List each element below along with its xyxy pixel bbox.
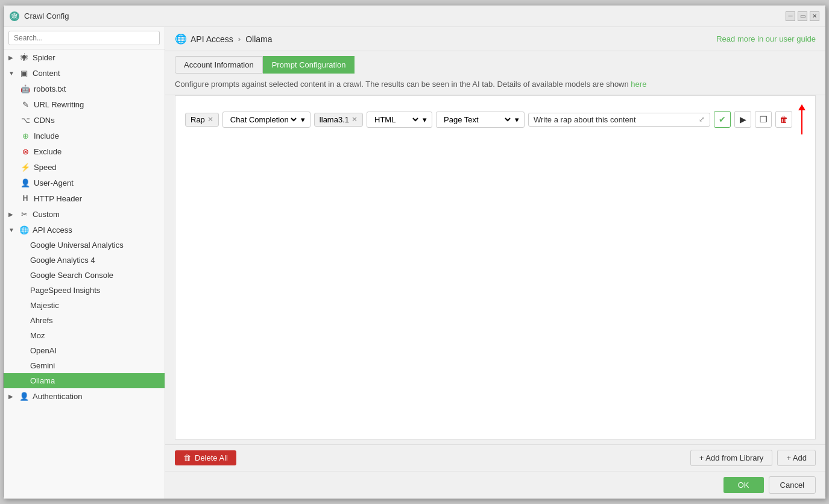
http-icon: H	[20, 194, 30, 203]
breadcrumb-current: Ollama	[245, 34, 272, 44]
content-header: 🌐 API Access › Ollama Read more in our u…	[165, 27, 825, 51]
app-icon: 🕸	[10, 11, 19, 21]
sidebar-item-label: Gemini	[30, 361, 55, 370]
sidebar-item-label: URL Rewriting	[34, 100, 84, 109]
delete-all-button[interactable]: 🗑 Delete All	[175, 450, 236, 465]
sidebar-item-label: Ahrefs	[30, 316, 53, 325]
copy-button[interactable]: ❐	[755, 111, 772, 128]
sidebar-item-majestic[interactable]: Majestic	[4, 298, 165, 313]
footer-bar: OK Cancel	[165, 471, 825, 499]
globe-icon: 🌐	[175, 33, 187, 45]
sidebar-item-cdns[interactable]: ⌥ CDNs	[4, 112, 165, 128]
titlebar-left: 🕸 Crawl Config	[10, 11, 69, 21]
sidebar-item-gemini[interactable]: Gemini	[4, 358, 165, 373]
sidebar-item-google-sc[interactable]: Google Search Console	[4, 268, 165, 283]
sidebar-item-google-a4[interactable]: Google Analytics 4	[4, 253, 165, 268]
model-label: llama3.1	[320, 115, 349, 124]
prompt-input[interactable]	[534, 115, 696, 124]
dropdown-chevron-icon: ▾	[301, 115, 305, 124]
bottom-right: + Add from Library + Add	[690, 450, 816, 466]
sidebar-item-include[interactable]: ⊕ Include	[4, 128, 165, 143]
cdns-icon: ⌥	[20, 115, 30, 125]
sidebar-item-ahrefs[interactable]: Ahrefs	[4, 313, 165, 328]
sidebar-item-exclude[interactable]: ⊗ Exclude	[4, 143, 165, 159]
model-close-button[interactable]: ✕	[351, 115, 358, 124]
page-text-select[interactable]: Page Text Page Title Meta Description ▾	[436, 112, 525, 128]
expand-prompt-icon[interactable]: ⤢	[699, 115, 705, 124]
cancel-button[interactable]: Cancel	[769, 476, 816, 494]
info-text: Configure prompts against selected conte…	[165, 74, 825, 95]
minimize-button[interactable]: ─	[786, 11, 795, 21]
sidebar-item-label: Majestic	[30, 301, 59, 310]
sidebar-item-google-ua[interactable]: Google Universal Analytics	[4, 238, 165, 253]
content-area: 🌐 API Access › Ollama Read more in our u…	[165, 27, 825, 499]
here-link[interactable]: here	[631, 80, 646, 89]
add-button[interactable]: + Add	[777, 450, 816, 466]
sidebar-item-url-rewriting[interactable]: ✎ URL Rewriting	[4, 96, 165, 112]
sidebar-list: ▶ 🕷 Spider ▼ ▣ Content 🤖 robots.txt ✎	[4, 49, 165, 499]
add-label: + Add	[786, 453, 807, 462]
completion-type-select[interactable]: Chat Completion Text Completion ▾	[222, 112, 310, 128]
arrow-stem	[801, 110, 802, 134]
delete-row-button[interactable]: 🗑	[775, 111, 792, 128]
user-guide-link[interactable]: user guide	[779, 34, 816, 43]
run-button[interactable]: ▶	[734, 111, 751, 128]
search-input[interactable]	[8, 31, 160, 45]
sidebar-item-user-agent[interactable]: 👤 User-Agent	[4, 175, 165, 191]
sidebar-item-custom[interactable]: ▶ ✂ Custom	[4, 206, 165, 222]
add-from-library-button[interactable]: + Add from Library	[690, 450, 773, 466]
tab-account-information[interactable]: Account Information	[175, 56, 263, 74]
speed-icon: ⚡	[20, 162, 30, 172]
model-chip: llama3.1 ✕	[314, 113, 363, 127]
format-dropdown[interactable]: HTML Markdown Plain Text	[372, 115, 420, 125]
user-agent-icon: 👤	[20, 178, 30, 187]
prompt-row: Rap ✕ Chat Completion Text Completion ▾ …	[185, 102, 805, 137]
close-button[interactable]: ✕	[810, 11, 819, 21]
sidebar-item-openai[interactable]: OpenAI	[4, 343, 165, 358]
sidebar-item-label: API Access	[33, 225, 72, 235]
sidebar-item-label: User-Agent	[34, 178, 74, 187]
sidebar-item-label: Exclude	[34, 147, 61, 156]
sidebar-item-label: Authentication	[33, 392, 82, 401]
info-description: Configure prompts against selected conte…	[175, 80, 631, 89]
sidebar-item-label: Custom	[33, 210, 60, 219]
sidebar-item-robots[interactable]: 🤖 robots.txt	[4, 81, 165, 96]
completion-type-dropdown[interactable]: Chat Completion Text Completion	[228, 115, 298, 125]
read-more-text: Read more in our	[716, 34, 779, 43]
sidebar-item-pagespeed[interactable]: PageSpeed Insights	[4, 283, 165, 298]
sidebar-item-authentication[interactable]: ▶ 👤 Authentication	[4, 388, 165, 404]
add-lib-label: + Add from Library	[699, 453, 764, 462]
api-access-icon: 🌐	[19, 225, 29, 235]
header-link: Read more in our user guide	[716, 34, 816, 43]
titlebar: 🕸 Crawl Config ─ ▭ ✕	[4, 5, 825, 27]
sidebar-item-http-header[interactable]: H HTTP Header	[4, 191, 165, 206]
sidebar-item-label: Content	[33, 69, 60, 78]
sidebar-item-content[interactable]: ▼ ▣ Content	[4, 65, 165, 81]
annotation-arrow	[798, 104, 805, 134]
sidebar-item-label: CDNs	[34, 116, 55, 125]
page-text-dropdown[interactable]: Page Text Page Title Meta Description	[441, 115, 512, 125]
tag-chip: Rap ✕	[185, 113, 219, 127]
format-select[interactable]: HTML Markdown Plain Text ▾	[367, 112, 432, 128]
restore-button[interactable]: ▭	[798, 11, 807, 21]
bottom-bar: 🗑 Delete All + Add from Library + Add	[165, 444, 825, 471]
exclude-icon: ⊗	[20, 146, 30, 156]
sidebar-item-label: robots.txt	[34, 84, 66, 93]
sidebar-item-ollama[interactable]: Ollama	[4, 373, 165, 388]
search-box	[4, 27, 165, 49]
sidebar-item-label: Moz	[30, 331, 45, 340]
tag-close-button[interactable]: ✕	[207, 115, 213, 124]
sidebar-item-speed[interactable]: ⚡ Speed	[4, 159, 165, 175]
sidebar-item-moz[interactable]: Moz	[4, 328, 165, 343]
validate-button[interactable]: ✔	[714, 111, 731, 128]
trash-icon: 🗑	[183, 453, 191, 462]
tab-prompt-configuration[interactable]: Prompt Configuration	[263, 56, 355, 74]
sidebar-item-spider[interactable]: ▶ 🕷 Spider	[4, 49, 165, 65]
main-layout: ▶ 🕷 Spider ▼ ▣ Content 🤖 robots.txt ✎	[4, 27, 825, 499]
sidebar-item-api-access[interactable]: ▼ 🌐 API Access	[4, 222, 165, 238]
tabs-area: Account Information Prompt Configuration	[165, 51, 825, 74]
expand-icon: ▶	[8, 54, 16, 61]
breadcrumb-separator: ›	[238, 34, 241, 43]
prompt-input-wrap: ⤢	[528, 113, 710, 127]
ok-button[interactable]: OK	[723, 477, 764, 493]
